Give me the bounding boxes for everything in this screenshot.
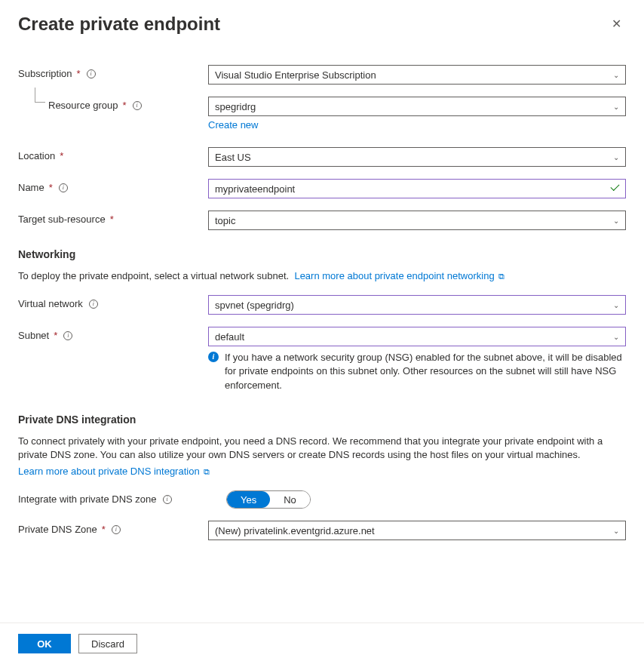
info-icon[interactable]: i <box>112 525 121 534</box>
virtual-network-select[interactable]: spvnet (spegridrg) ⌄ <box>208 295 626 315</box>
networking-heading: Networking <box>18 248 626 260</box>
info-icon[interactable]: i <box>87 69 96 78</box>
chevron-down-icon: ⌄ <box>613 333 619 341</box>
ok-button[interactable]: OK <box>18 634 71 653</box>
target-sub-resource-value: topic <box>215 215 235 226</box>
discard-button[interactable]: Discard <box>78 634 137 653</box>
dns-learn-more-link[interactable]: Learn more about private DNS integration… <box>18 466 210 477</box>
external-link-icon: ⧉ <box>201 467 210 476</box>
required-indicator: * <box>102 524 106 535</box>
create-new-link[interactable]: Create new <box>208 119 258 131</box>
page-title: Create private endpoint <box>18 14 220 35</box>
integrate-dns-label: Integrate with private DNS zone <box>18 493 157 505</box>
subscription-label: Subscription <box>18 68 72 79</box>
info-icon: i <box>208 352 219 362</box>
target-sub-resource-select[interactable]: topic ⌄ <box>208 211 626 230</box>
target-sub-resource-label: Target sub-resource <box>18 214 106 225</box>
close-icon[interactable]: ✕ <box>607 14 626 35</box>
required-indicator: * <box>110 214 114 225</box>
subscription-value: Visual Studio Enterprise Subscription <box>215 69 376 81</box>
required-indicator: * <box>54 330 57 341</box>
subnet-select[interactable]: default ⌄ <box>208 327 626 346</box>
subnet-label: Subnet <box>18 330 49 341</box>
location-value: East US <box>215 152 251 163</box>
dns-text: To connect privately with your private e… <box>18 435 603 460</box>
resource-group-label: Resource group <box>48 100 118 111</box>
chevron-down-icon: ⌄ <box>613 153 619 161</box>
info-icon[interactable]: i <box>133 101 142 110</box>
required-indicator: * <box>123 100 127 111</box>
dns-zone-value: (New) privatelink.eventgrid.azure.net <box>215 525 375 536</box>
virtual-network-value: spvnet (spegridrg) <box>215 300 294 311</box>
dns-heading: Private DNS integration <box>18 413 626 426</box>
virtual-network-label: Virtual network <box>18 298 83 309</box>
chevron-down-icon: ⌄ <box>613 527 619 535</box>
name-value: myprivateendpoint <box>215 183 295 195</box>
chevron-down-icon: ⌄ <box>613 217 619 225</box>
dns-zone-label: Private DNS Zone <box>18 524 97 535</box>
tree-connector <box>35 88 45 103</box>
networking-text: To deploy the private endpoint, select a… <box>18 270 289 281</box>
dns-zone-select[interactable]: (New) privatelink.eventgrid.azure.net ⌄ <box>208 521 626 540</box>
required-indicator: * <box>49 182 53 193</box>
external-link-icon: ⧉ <box>496 272 504 281</box>
resource-group-value: spegridrg <box>215 101 256 112</box>
chevron-down-icon: ⌄ <box>613 103 619 111</box>
name-input[interactable]: myprivateendpoint <box>208 179 626 198</box>
toggle-no[interactable]: No <box>270 491 310 508</box>
info-icon[interactable]: i <box>89 300 98 309</box>
chevron-down-icon: ⌄ <box>613 71 619 79</box>
nsg-note: If you have a network security group (NS… <box>225 351 626 392</box>
subscription-select[interactable]: Visual Studio Enterprise Subscription ⌄ <box>208 65 626 85</box>
name-label: Name <box>18 182 44 193</box>
resource-group-select[interactable]: spegridrg ⌄ <box>208 97 626 116</box>
networking-learn-more-link[interactable]: Learn more about private endpoint networ… <box>294 270 504 281</box>
integrate-dns-toggle[interactable]: Yes No <box>226 490 311 509</box>
toggle-yes[interactable]: Yes <box>227 491 270 508</box>
location-select[interactable]: East US ⌄ <box>208 147 626 167</box>
info-icon[interactable]: i <box>163 495 172 504</box>
info-icon[interactable]: i <box>59 183 68 192</box>
required-indicator: * <box>77 68 81 79</box>
location-label: Location <box>18 150 55 161</box>
required-indicator: * <box>60 150 63 161</box>
info-icon[interactable]: i <box>63 331 72 340</box>
subnet-value: default <box>215 331 244 343</box>
chevron-down-icon: ⌄ <box>613 301 619 309</box>
